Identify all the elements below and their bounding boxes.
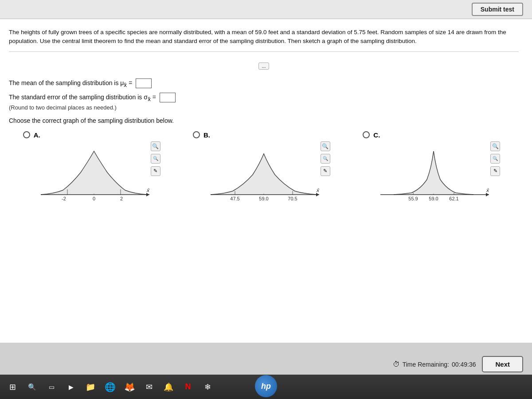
mean-input[interactable]	[136, 78, 152, 88]
radio-a[interactable]	[23, 131, 30, 138]
taskbar-edge-icon[interactable]: 🌐	[102, 379, 118, 395]
taskbar-snowflake-icon[interactable]: ❄	[200, 379, 215, 395]
svg-text:x̄: x̄	[486, 188, 489, 193]
svg-text:62.1: 62.1	[450, 196, 459, 201]
time-remaining: ⏱ Time Remaining: 00:49:36	[393, 360, 476, 368]
zoom-out-icon-a[interactable]: 🔍	[151, 154, 160, 164]
svg-text:x̄: x̄	[316, 188, 320, 193]
taskbar-netflix-icon[interactable]: N	[180, 379, 196, 395]
top-bar: Submit test	[0, 0, 532, 19]
graph-c-icons: 🔍 🔍 ✎	[490, 141, 500, 176]
question-text: The heights of fully grown trees of a sp…	[9, 28, 519, 52]
graph-a-container: -2 0 2 x̄ 🔍 🔍 ✎	[23, 141, 165, 212]
svg-text:2: 2	[120, 196, 123, 201]
round-note: (Round to two decimal places as needed.)	[9, 104, 519, 111]
svg-text:59.0: 59.0	[429, 196, 438, 201]
svg-text:x̄: x̄	[146, 188, 150, 193]
zoom-out-icon-b[interactable]: 🔍	[321, 154, 330, 164]
svg-marker-4	[146, 193, 149, 196]
time-remaining-value: 00:49:36	[452, 361, 476, 368]
graph-b-container: 47.5 59.0 70.5 x̄ 🔍 🔍 ✎	[193, 141, 335, 212]
hp-logo: hp	[255, 375, 277, 397]
taskbar-folder-icon[interactable]: 📁	[82, 379, 98, 395]
std-line: The standard error of the sampling distr…	[9, 93, 519, 102]
graphs-row: A. -2 0	[9, 131, 519, 212]
mean-line: The mean of the sampling distribution is…	[9, 78, 519, 88]
time-remaining-label: Time Remaining:	[403, 361, 449, 368]
graph-c-container: 55.9 59.0 62.1 x̄ 🔍 🔍 ✎	[363, 141, 505, 212]
svg-text:70.5: 70.5	[288, 196, 297, 201]
taskbar: ⊞ 🔍 ▭ ▶ 📁 🌐 🦊 ✉ 🔔 N ❄ hp	[0, 375, 532, 399]
submit-test-button[interactable]: Submit test	[472, 3, 523, 16]
graph-b-svg: 47.5 59.0 70.5 x̄	[193, 141, 335, 203]
zoom-in-icon-b[interactable]: 🔍	[321, 141, 330, 151]
taskbar-taskview-icon[interactable]: ▭	[43, 379, 59, 395]
graph-b-icons: 🔍 🔍 ✎	[321, 141, 330, 176]
std-input[interactable]	[160, 93, 176, 102]
edit-icon-a[interactable]: ✎	[151, 166, 160, 176]
svg-text:47.5: 47.5	[230, 196, 239, 201]
svg-text:59.0: 59.0	[259, 196, 268, 201]
graph-a-icons: 🔍 🔍 ✎	[151, 141, 160, 176]
svg-text:55.9: 55.9	[409, 196, 418, 201]
taskbar-windows-icon[interactable]: ⊞	[4, 379, 20, 395]
zoom-in-icon-c[interactable]: 🔍	[490, 141, 500, 151]
edit-icon-c[interactable]: ✎	[490, 166, 500, 176]
bottom-bar: ⏱ Time Remaining: 00:49:36 Next	[393, 356, 523, 372]
option-b-label: B.	[203, 131, 210, 139]
edit-icon-b[interactable]: ✎	[321, 166, 330, 176]
taskbar-search-icon[interactable]: 🔍	[24, 379, 40, 395]
svg-text:0: 0	[93, 196, 95, 201]
choose-text: Choose the correct graph of the sampling…	[9, 117, 519, 124]
svg-marker-13	[316, 193, 319, 196]
svg-marker-22	[486, 193, 489, 196]
radio-b[interactable]	[193, 131, 200, 138]
std-subscript: x̄	[148, 96, 151, 102]
taskbar-bell-icon[interactable]: 🔔	[160, 379, 176, 395]
radio-c[interactable]	[363, 131, 370, 138]
taskbar-mail-icon[interactable]: ✉	[141, 379, 157, 395]
svg-text:-2: -2	[62, 196, 66, 201]
graph-c-svg: 55.9 59.0 62.1 x̄	[363, 141, 505, 203]
hp-logo-area: hp	[248, 375, 284, 399]
graph-a-svg: -2 0 2 x̄	[23, 141, 165, 203]
clock-icon: ⏱	[393, 360, 400, 368]
option-c-label: C.	[373, 131, 380, 139]
taskbar-firefox-icon[interactable]: 🦊	[121, 379, 137, 395]
zoom-in-icon-a[interactable]: 🔍	[151, 141, 160, 151]
option-b: B. 47.5 59.0 70.5 x̄	[193, 131, 335, 212]
expand-button[interactable]: ...	[258, 63, 269, 70]
option-a-label: A.	[34, 131, 40, 139]
main-content: The heights of fully grown trees of a sp…	[0, 19, 532, 343]
zoom-out-icon-c[interactable]: 🔍	[490, 154, 500, 164]
taskbar-media-icon[interactable]: ▶	[63, 379, 79, 395]
option-a: A. -2 0	[23, 131, 165, 212]
option-c: C. 55.9 59.0 62.1 x̄	[363, 131, 505, 212]
next-button[interactable]: Next	[482, 356, 523, 372]
